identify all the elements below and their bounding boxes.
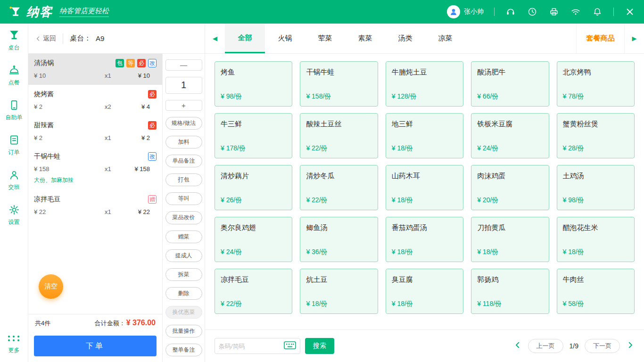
change-price-button[interactable]: 菜品改价 [165,211,202,224]
order-item[interactable]: 清汤锅 包 等 必 改 ¥ 10 x1 ¥ 10 [28,54,162,85]
menu-item[interactable]: 山药木耳 ¥ 18/份 [386,165,463,210]
next-page-button[interactable]: 下一页 [585,339,620,353]
menu-item[interactable]: 北京烤鸭 ¥ 78/份 [557,61,635,107]
menu-item[interactable]: 牛三鲜 ¥ 178/份 [215,113,292,158]
order-remark-button[interactable]: 整单备注 [165,344,202,356]
menu-item[interactable]: 郭扬鸡 ¥ 118/份 [471,269,549,314]
menu-item-price: ¥ 78/份 [563,92,628,101]
takeout-button[interactable]: 打包 [165,173,202,186]
order-item-qty: x1 [105,208,138,215]
menu-item[interactable]: 酸辣土豆丝 ¥ 22/份 [300,113,378,158]
wait-call-button[interactable]: 等叫 [165,192,202,205]
spec-method-button[interactable]: 规格/做法 [165,117,202,130]
order-item[interactable]: 甜辣酱 必 ¥ 2 x1 ¥ 2 [28,116,162,147]
menu-item[interactable]: 醋泡花生米 ¥ 18/份 [557,217,635,262]
back-button[interactable]: 返回 [35,34,56,43]
menu-item[interactable]: 肉沫鸡蛋 ¥ 20/份 [471,165,549,210]
order-item[interactable]: 凉拌毛豆 赠 ¥ 22 x1 ¥ 22 [28,190,162,221]
menu-item[interactable]: 番茄鸡蛋汤 ¥ 18/份 [386,217,463,262]
sync-clock-icon[interactable] [527,6,538,17]
page-prev-chevron-icon[interactable] [513,341,522,351]
menu-item[interactable]: 地三鲜 ¥ 18/份 [386,113,463,158]
menu-item[interactable]: 臭豆腐 ¥ 18/份 [386,269,463,314]
menu-item[interactable]: 土鸡汤 ¥ 98/份 [557,165,635,210]
tab-hotpot[interactable]: 火锅 [265,24,305,53]
menu-item[interactable]: 牛肉丝 ¥ 58/份 [557,269,635,314]
sidebar-item-self-order[interactable]: 自助单 [6,99,23,122]
sidebar: 桌台 点餐 自助单 订单 [0,24,28,362]
search-button[interactable]: 搜索 [305,338,334,354]
item-remark-button[interactable]: 单品备注 [165,155,202,167]
customer-service-icon[interactable] [505,6,516,17]
menu-item-price: ¥ 58/份 [563,300,628,308]
more-icon [8,333,20,344]
menu-item[interactable]: 干锅牛蛙 ¥ 158/份 [300,61,378,107]
tab-cold-dish[interactable]: 凉菜 [425,24,465,53]
menu-item[interactable]: 酸汤肥牛 ¥ 66/份 [471,61,549,107]
menu-item-price: ¥ 26/份 [221,196,286,205]
order-item-price: ¥ 158 [34,165,105,173]
menu-item[interactable]: 清炒藕片 ¥ 26/份 [215,165,292,210]
close-icon[interactable] [624,6,636,17]
user-account[interactable]: 张小帅 [447,5,484,18]
wifi-icon[interactable] [570,6,581,17]
menu-item[interactable]: 凉拌毛豆 ¥ 22/份 [215,269,292,314]
tab-vegetable[interactable]: 素菜 [345,24,385,53]
menu-item[interactable]: 奥尔良鸡翅 ¥ 24/份 [215,217,292,262]
qty-minus-button[interactable]: — [165,59,202,71]
commission-person-button[interactable]: 提成人 [165,249,202,262]
delete-item-button[interactable]: 删除 [165,287,202,300]
order-item-total: ¥ 22 [138,208,157,215]
qty-plus-button[interactable]: + [165,100,202,111]
order-count: 共4件 [35,319,50,328]
brand-name: 纳客 [26,4,53,20]
menu-item-name: 牛肉丝 [563,275,628,284]
notification-bell-icon[interactable] [592,6,603,17]
printer-icon[interactable] [548,6,560,17]
menu-item[interactable]: 铁板米豆腐 ¥ 24/份 [471,113,549,158]
menu-item-price: ¥ 22/份 [221,300,286,308]
badge-required: 必 [148,90,157,99]
category-prev-arrow[interactable]: ◀ [205,24,225,53]
menu-item[interactable]: 烤鱼 ¥ 98/份 [215,61,292,107]
menu-item-price: ¥ 98/份 [221,92,286,101]
menu-item-price: ¥ 28/份 [563,144,628,153]
combo-products-button[interactable]: 套餐商品 [576,24,624,53]
category-next-arrow[interactable]: ▶ [624,24,644,53]
sidebar-item-label: 订单 [8,148,20,156]
menu-item[interactable]: 刀拍黄瓜 ¥ 18/份 [471,217,549,262]
submit-order-button[interactable]: 下单 [34,336,157,356]
tab-meat[interactable]: 荤菜 [305,24,345,53]
menu-item[interactable]: 蟹黄粉丝煲 ¥ 28/份 [557,113,635,158]
clear-order-button[interactable]: 清空 [39,274,63,299]
sidebar-item-label: 桌台 [8,44,20,52]
tab-all[interactable]: 全部 [225,24,265,53]
order-item-name: 干锅牛蛙 [34,152,60,161]
menu-item[interactable]: 炕土豆 ¥ 18/份 [300,269,378,314]
menu-item[interactable]: 牛腩炖土豆 ¥ 128/份 [386,61,463,107]
prev-page-button[interactable]: 上一页 [528,339,563,353]
sidebar-item-tables[interactable]: 桌台 [8,29,20,52]
sidebar-item-order[interactable]: 点餐 [8,64,20,87]
keyboard-icon[interactable] [284,341,296,351]
barcode-search-input[interactable] [219,343,284,350]
order-item-total: ¥ 2 [141,134,157,141]
sidebar-item-shift[interactable]: 交班 [8,169,20,191]
gift-dish-button[interactable]: 赠菜 [165,230,202,243]
sidebar-item-settings[interactable]: 设置 [8,204,20,226]
menu-item[interactable]: 清炒冬瓜 ¥ 22/份 [300,165,378,210]
tab-soup[interactable]: 汤类 [385,24,425,53]
sidebar-item-more[interactable]: 更多 [8,333,20,354]
menu-item-name: 地三鲜 [392,120,457,129]
order-item-price: ¥ 10 [34,72,105,79]
order-item[interactable]: 干锅牛蛙 改 ¥ 158 x1 ¥ 158 大份、加麻加辣 [28,147,162,190]
order-item[interactable]: 烧烤酱 必 ¥ 2 x2 ¥ 4 [28,85,162,116]
page-next-chevron-icon[interactable] [626,341,635,351]
menu-item[interactable]: 鲫鱼汤 ¥ 36/份 [300,217,378,262]
badge-gift: 赠 [148,195,157,204]
split-dish-button[interactable]: 拆菜 [165,268,202,281]
sidebar-item-orders[interactable]: 订单 [8,134,20,156]
add-ingredient-button[interactable]: 加料 [165,136,202,148]
batch-operation-button[interactable]: 批量操作 [165,325,202,337]
menu-item-name: 干锅牛蛙 [306,68,372,77]
